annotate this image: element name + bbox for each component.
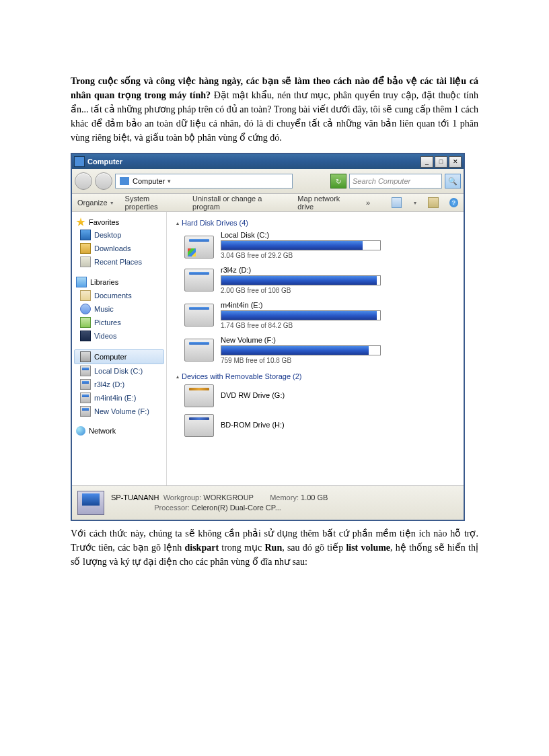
drive-free: 3.04 GB free of 29.2 GB [221, 252, 457, 259]
sidebar-favorites[interactable]: Favorites [72, 216, 166, 228]
address-bar: Computer ▾ ↻ Search Computer 🔍 [72, 169, 464, 194]
drive-free: 1.74 GB free of 84.2 GB [221, 322, 457, 329]
back-button[interactable] [75, 172, 92, 190]
refresh-button[interactable]: ↻ [330, 174, 346, 188]
optical-drive-icon [184, 414, 214, 437]
computer-icon [74, 156, 85, 167]
sidebar-item-documents[interactable]: Documents [72, 289, 166, 302]
disk-icon [80, 406, 91, 417]
pictures-icon [80, 317, 91, 328]
system-properties-button[interactable]: System properties [125, 195, 182, 211]
videos-icon [80, 331, 91, 341]
computer-large-icon [77, 491, 104, 515]
drive-icon [184, 339, 214, 362]
optical-drive-icon [184, 384, 214, 407]
view-icon[interactable] [392, 197, 402, 208]
chevron-down-icon: ▾ [168, 178, 171, 184]
drive-icon [184, 269, 214, 291]
titlebar[interactable]: Computer _ □ ✕ [72, 154, 464, 169]
star-icon [76, 217, 85, 227]
drive-name: m4int4in (E:) [221, 301, 457, 309]
status-bar: SP-TUANANH Workgroup: WORKGROUP Memory: … [72, 485, 464, 520]
documents-icon [80, 290, 91, 301]
disk-icon [80, 392, 91, 403]
recent-icon [80, 256, 91, 267]
sidebar-item-recent[interactable]: Recent Places [72, 255, 166, 269]
sidebar-item-videos[interactable]: Videos [72, 329, 166, 343]
sidebar-libraries[interactable]: Libraries [72, 275, 166, 289]
map-drive-button[interactable]: Map network drive [297, 195, 355, 211]
drive-name: DVD RW Drive (G:) [221, 391, 457, 399]
view-dropdown-icon[interactable]: ▼ [412, 201, 417, 205]
minimize-button[interactable]: _ [420, 156, 433, 168]
removable-item[interactable]: DVD RW Drive (G:) [184, 384, 457, 407]
usage-bar [221, 345, 381, 355]
window-body: Favorites Desktop Downloads Recent Place… [72, 212, 464, 485]
sidebar-item-disk-f[interactable]: New Volume (F:) [72, 405, 166, 418]
music-icon [80, 304, 91, 314]
usage-bar [221, 240, 381, 250]
computer-icon [80, 351, 91, 362]
drive-item[interactable]: New Volume (F:)759 MB free of 10.8 GB [184, 336, 457, 364]
network-icon [76, 426, 85, 436]
status-text: SP-TUANANH Workgroup: WORKGROUP Memory: … [111, 493, 328, 514]
drive-free: 759 MB free of 10.8 GB [221, 357, 457, 364]
sidebar-item-desktop[interactable]: Desktop [72, 228, 166, 242]
disk-icon [80, 366, 91, 376]
maximize-button[interactable]: □ [435, 156, 447, 168]
sidebar-item-disk-e[interactable]: m4int4in (E:) [72, 391, 166, 405]
breadcrumb-text: Computer [133, 177, 165, 185]
forward-button[interactable] [95, 172, 112, 190]
removable-item[interactable]: BD-ROM Drive (H:) [184, 414, 457, 437]
outro-paragraph: Với cách thức này, chúng ta sẽ không cần… [71, 526, 478, 569]
sidebar-network[interactable]: Network [72, 425, 166, 437]
sidebar-item-disk-d[interactable]: r3l4z (D:) [72, 378, 166, 391]
search-button[interactable]: 🔍 [445, 174, 461, 188]
drive-name: Local Disk (C:) [221, 231, 457, 239]
desktop-icon [80, 230, 91, 240]
drive-free: 2.00 GB free of 108 GB [221, 287, 457, 294]
sidebar-item-disk-c[interactable]: Local Disk (C:) [72, 364, 166, 378]
content-pane: Hard Disk Drives (4) Local Disk (C:)3.04… [167, 212, 464, 485]
drive-item[interactable]: m4int4in (E:)1.74 GB free of 84.2 GB [184, 301, 457, 329]
drive-name: New Volume (F:) [221, 336, 457, 344]
drive-item[interactable]: r3l4z (D:)2.00 GB free of 108 GB [184, 266, 457, 294]
removable-header[interactable]: Devices with Removable Storage (2) [174, 371, 457, 384]
preview-pane-icon[interactable] [428, 197, 438, 208]
drive-icon [184, 236, 214, 259]
sidebar: Favorites Desktop Downloads Recent Place… [72, 212, 167, 485]
downloads-icon [80, 243, 91, 254]
toolbar: Organize System properties Uninstall or … [72, 194, 464, 212]
sidebar-item-pictures[interactable]: Pictures [72, 316, 166, 329]
drive-name: r3l4z (D:) [221, 266, 457, 274]
organize-menu[interactable]: Organize [77, 199, 114, 207]
drive-name: BD-ROM Drive (H:) [221, 421, 457, 429]
libraries-icon [76, 277, 87, 287]
hard-disks-header[interactable]: Hard Disk Drives (4) [174, 217, 457, 231]
breadcrumb[interactable]: Computer ▾ [115, 174, 293, 188]
search-input[interactable]: Search Computer [349, 174, 442, 188]
window-title: Computer [87, 158, 419, 166]
usage-bar [221, 275, 381, 285]
drive-item[interactable]: Local Disk (C:)3.04 GB free of 29.2 GB [184, 231, 457, 259]
explorer-window: Computer _ □ ✕ Computer ▾ ↻ Search Compu… [71, 153, 465, 521]
sidebar-computer[interactable]: Computer [74, 349, 164, 364]
sidebar-item-music[interactable]: Music [72, 302, 166, 316]
uninstall-button[interactable]: Uninstall or change a program [192, 195, 287, 211]
more-button[interactable]: » [366, 199, 370, 207]
usage-bar [221, 310, 381, 320]
sidebar-item-downloads[interactable]: Downloads [72, 242, 166, 255]
disk-icon [80, 379, 91, 390]
computer-icon [120, 177, 129, 185]
close-button[interactable]: ✕ [449, 156, 462, 168]
help-icon[interactable]: ? [449, 198, 458, 207]
intro-paragraph: Trong cuộc sống và công việc hàng ngày, … [71, 74, 478, 145]
drive-icon [184, 304, 214, 327]
